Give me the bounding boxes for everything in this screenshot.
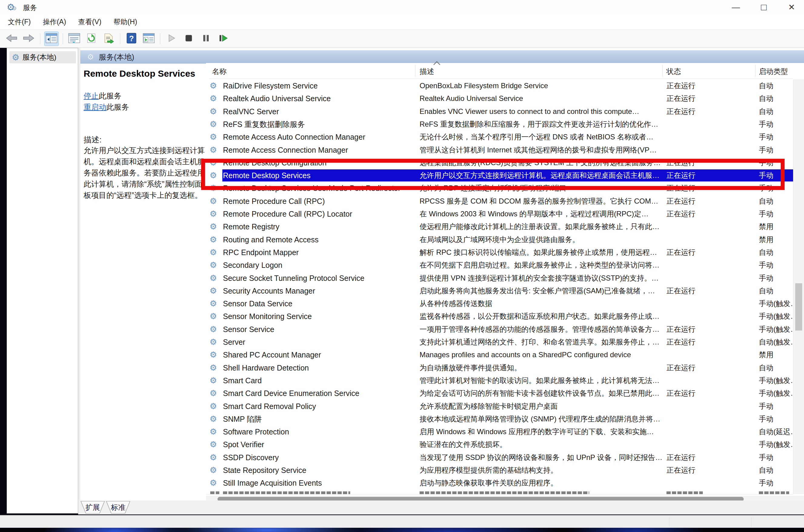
table-row[interactable]: ⚙Shared PC Account ManagerManages profil… bbox=[206, 348, 793, 361]
restart-service-button[interactable] bbox=[216, 32, 231, 46]
table-row[interactable]: ⚙Security Accounts Manager启动此服务将向其他服务发出信… bbox=[206, 284, 793, 297]
service-startup-type: 手动 bbox=[759, 400, 793, 413]
services-console-window: ⚙⚙ 服务 — □ ✕ 文件(F)操作(A)查看(V)帮助(H) ? ⚙ 服务(… bbox=[0, 0, 804, 532]
refresh-button[interactable] bbox=[84, 32, 99, 46]
service-status bbox=[667, 131, 724, 143]
table-row[interactable]: ⚙SSDP Discovery当发现了使用 SSDP 协议的网络设备和服务，如 … bbox=[206, 451, 793, 464]
back-arrow-button[interactable] bbox=[4, 32, 19, 46]
service-description: Enables VNC Viewer users to connect to a… bbox=[420, 105, 664, 118]
table-row[interactable]: ⚙Server支持此计算机通过网络的文件、打印、和命名管道共享。如果服务停止，…… bbox=[206, 336, 793, 348]
service-name: Remote Access Connection Manager bbox=[223, 144, 413, 156]
tab-extended[interactable]: 扩展 bbox=[81, 501, 105, 514]
service-gear-icon: ⚙ bbox=[210, 131, 217, 143]
service-gear-icon: ⚙ bbox=[210, 413, 217, 425]
table-row[interactable]: ⚙Spot Verifier验证潜在的文件系统损坏。手动(触发… bbox=[206, 438, 793, 451]
table-row[interactable]: ⚙Remote Registry使远程用户能修改此计算机上的注册表设置。如果此服… bbox=[206, 220, 793, 233]
table-row[interactable]: ⚙Sensor Service一项用于管理各种传感器的功能的传感器服务。管理传感… bbox=[206, 323, 793, 336]
service-startup-type: 自动(延迟… bbox=[759, 425, 793, 438]
properties-button[interactable] bbox=[67, 32, 81, 46]
service-startup-type: 自动 bbox=[759, 92, 793, 105]
table-row[interactable]: ⚙RPC Endpoint Mapper解析 RPC 接口标识符以传输端点。如果… bbox=[206, 246, 793, 259]
clipped-text bbox=[667, 491, 703, 494]
menu-item-1[interactable]: 操作(A) bbox=[43, 17, 66, 27]
table-row[interactable]: ⚙Software Protection启用 Windows 和 Windows… bbox=[206, 425, 793, 438]
service-status bbox=[667, 297, 724, 310]
maximize-button[interactable]: □ bbox=[754, 0, 773, 15]
export-list-button[interactable] bbox=[101, 32, 116, 46]
status-bar-divider bbox=[669, 517, 670, 527]
service-gear-icon: ⚙ bbox=[210, 195, 217, 208]
tree-item-services-local[interactable]: ⚙ 服务(本地) bbox=[9, 51, 76, 63]
stop-service-button[interactable] bbox=[181, 32, 196, 46]
table-row[interactable]: ⚙Shell Hardware Detection为自动播放硬件事件提供通知。正… bbox=[206, 361, 793, 374]
start-service-button[interactable] bbox=[164, 32, 179, 46]
column-header-description[interactable]: 描述 bbox=[420, 66, 434, 76]
service-gear-icon: ⚙ bbox=[210, 233, 217, 246]
service-description: 接收本地或远程简单网络管理协议 (SNMP) 代理程序生成的陷阱消息并将… bbox=[420, 413, 664, 425]
service-description: 管理从这台计算机到 Internet 或其他远程网络的拨号和虚拟专用网络(VP… bbox=[420, 144, 664, 156]
service-startup-type: 手动 bbox=[759, 477, 793, 489]
close-button[interactable]: ✕ bbox=[782, 0, 801, 15]
service-gear-icon: ⚙ bbox=[210, 387, 217, 400]
minimize-button[interactable]: — bbox=[726, 0, 745, 15]
table-row[interactable]: ⚙ReFS 重复数据删除服务ReFS 重复数据删除和压缩服务，用于跟踪文件更改并… bbox=[206, 118, 793, 131]
help-button[interactable]: ? bbox=[124, 32, 139, 46]
service-gear-icon: ⚙ bbox=[210, 246, 217, 259]
table-row[interactable]: ⚙Sensor Data Service从各种传感器传送数据手动(触发… bbox=[206, 297, 793, 310]
table-row[interactable]: ⚙Routing and Remote Access在局域网以及广域网环境中为企… bbox=[206, 233, 793, 246]
table-row[interactable]: ⚙SNMP 陷阱接收本地或远程简单网络管理协议 (SNMP) 代理程序生成的陷阱… bbox=[206, 413, 793, 425]
menu-item-3[interactable]: 帮助(H) bbox=[114, 17, 137, 27]
table-row[interactable]: ⚙Remote Access Connection Manager管理从这台计算… bbox=[206, 144, 793, 156]
service-status: 正在运行 bbox=[667, 361, 724, 374]
column-header-status[interactable]: 状态 bbox=[667, 66, 681, 76]
stop-service-link[interactable]: 停止 bbox=[83, 92, 99, 100]
service-startup-type: 自动 bbox=[759, 284, 793, 297]
vertical-scrollbar-thumb[interactable] bbox=[795, 283, 802, 330]
panel-splitter[interactable] bbox=[78, 48, 80, 500]
restart-service-link[interactable]: 重启动 bbox=[83, 103, 106, 111]
table-row[interactable]: ⚙RealVNC ServerEnables VNC Viewer users … bbox=[206, 105, 793, 118]
service-description: 一项用于管理各种传感器的功能的传感器服务。管理传感器的简单设备方… bbox=[420, 323, 664, 336]
table-row[interactable]: ⚙State Repository Service为应用程序模型提供所需的基础结… bbox=[206, 464, 793, 477]
service-startup-type: 手动 bbox=[759, 451, 793, 464]
pause-service-button[interactable] bbox=[199, 32, 213, 46]
table-row-partial[interactable] bbox=[206, 490, 793, 494]
table-row[interactable]: ⚙Secure Socket Tunneling Protocol Servic… bbox=[206, 272, 793, 284]
table-row[interactable]: ⚙Smart Card Device Enumeration Service为给… bbox=[206, 387, 793, 400]
toolbar: ? bbox=[0, 30, 804, 48]
column-header-name[interactable]: 名称 bbox=[212, 66, 227, 76]
table-row[interactable]: ⚙Smart Card Removal Policy允许系统配置为移除智能卡时锁… bbox=[206, 400, 793, 413]
vertical-scrollbar[interactable] bbox=[793, 79, 804, 494]
menu-item-0[interactable]: 文件(F) bbox=[8, 17, 31, 27]
show-tree-button[interactable] bbox=[44, 32, 59, 46]
table-row[interactable]: ⚙Secondary Logon在不同凭据下启用启动过程。如果此服务被停止，这种… bbox=[206, 259, 793, 271]
table-row[interactable]: ⚙RaiDrive Filesystem ServiceOpenBoxLab F… bbox=[206, 79, 793, 92]
column-divider[interactable] bbox=[662, 65, 663, 77]
column-divider[interactable] bbox=[755, 65, 755, 77]
column-divider[interactable] bbox=[415, 65, 415, 77]
table-row[interactable]: ⚙Remote Procedure Call (RPC) Locator在 Wi… bbox=[206, 208, 793, 220]
menu-item-2[interactable]: 查看(V) bbox=[78, 17, 101, 27]
table-row[interactable]: ⚙Sensor Monitoring Service监视各种传感器，以公开数据和… bbox=[206, 310, 793, 323]
service-description: 管理此计算机对智能卡的取读访问。如果此服务被终止，此计算机将无法… bbox=[420, 374, 664, 387]
table-row[interactable]: ⚙Remote Access Auto Connection Manager无论… bbox=[206, 131, 793, 143]
tab-standard[interactable]: 标准 bbox=[106, 501, 130, 514]
tab-label: 标准 bbox=[107, 501, 130, 513]
column-header-startup-type[interactable]: 启动类型 bbox=[759, 66, 788, 76]
service-name: Remote Registry bbox=[223, 220, 413, 233]
service-status: 正在运行 bbox=[667, 92, 724, 105]
forward-arrow-button[interactable] bbox=[21, 32, 36, 46]
service-startup-type: 手动 bbox=[759, 413, 793, 425]
service-startup-type: 手动 bbox=[759, 144, 793, 156]
service-gear-icon: ⚙ bbox=[210, 400, 217, 413]
table-row[interactable]: ⚙Smart Card管理此计算机对智能卡的取读访问。如果此服务被终止，此计算机… bbox=[206, 374, 793, 387]
service-status bbox=[667, 374, 724, 387]
table-row[interactable]: ⚙Remote Procedure Call (RPC)RPCSS 服务是 CO… bbox=[206, 195, 793, 208]
service-name: SNMP 陷阱 bbox=[223, 413, 413, 425]
service-startup-type: 手动(触发… bbox=[759, 310, 793, 323]
table-row[interactable]: ⚙Realtek Audio Universal ServiceRealtek … bbox=[206, 92, 793, 105]
extended-view-button[interactable] bbox=[141, 32, 156, 46]
table-row[interactable]: ⚙Still Image Acquisition Events启动与静态映像获取… bbox=[206, 477, 793, 489]
selected-service-title: Remote Desktop Services bbox=[83, 69, 205, 79]
service-status: 正在运行 bbox=[667, 387, 724, 400]
